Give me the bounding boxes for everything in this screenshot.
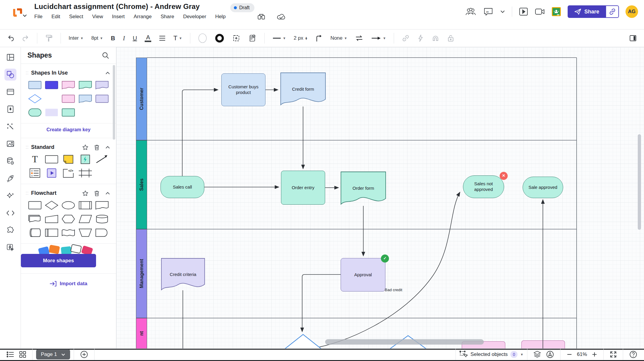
font-size-select[interactable]: 8pt▼ xyxy=(89,34,105,42)
node-credit-criteria[interactable]: Credit criteria xyxy=(161,258,205,291)
palette-shape-doc[interactable] xyxy=(78,94,92,104)
collapse-chevron-icon[interactable] xyxy=(105,146,110,149)
menu-item-edit[interactable]: Edit xyxy=(51,14,60,20)
images-icon[interactable] xyxy=(4,138,16,150)
more-shapes-button[interactable]: More shapes xyxy=(21,254,96,267)
panel-scrollbar[interactable] xyxy=(113,65,115,140)
fill-color-button[interactable] xyxy=(196,32,209,44)
line-shape-button[interactable] xyxy=(314,33,325,43)
line-start-select[interactable]: None▼ xyxy=(329,34,349,42)
node-order-entry[interactable]: Order entry xyxy=(281,171,325,205)
sparkle-icon[interactable] xyxy=(4,190,16,202)
menu-item-help[interactable]: Help xyxy=(215,14,226,20)
palette-shape-rect[interactable] xyxy=(45,155,58,164)
line-width-stepper[interactable]: 2 px ▲▼ xyxy=(292,34,310,42)
palette-shape-rect[interactable] xyxy=(95,94,109,104)
help-icon[interactable] xyxy=(627,350,640,359)
italic-button[interactable]: I xyxy=(121,33,127,43)
create-diagram-key-link[interactable]: Create diagram key xyxy=(21,124,116,138)
collapse-chevron-icon[interactable] xyxy=(105,192,110,195)
palette-shape-trapezoid[interactable] xyxy=(78,228,92,237)
palette-shape-doc[interactable] xyxy=(61,80,75,90)
quick-actions-icon[interactable] xyxy=(416,33,426,43)
search-icon[interactable] xyxy=(102,52,109,59)
resize-frame-icon[interactable] xyxy=(230,33,242,44)
menu-item-arrange[interactable]: Arrange xyxy=(134,14,152,20)
text-color-button[interactable]: A xyxy=(143,33,153,43)
palette-shape-delay[interactable] xyxy=(95,228,109,237)
line-style-select[interactable]: ▼ xyxy=(271,35,288,41)
palette-shape-diamond[interactable] xyxy=(45,200,58,210)
vertical-scrollbar[interactable] xyxy=(638,134,641,230)
fullscreen-icon[interactable] xyxy=(607,351,619,358)
underline-button[interactable]: U xyxy=(131,34,139,43)
drag-handle-icon[interactable]: ⁚⁚ xyxy=(26,146,29,149)
undo-button[interactable] xyxy=(5,34,16,43)
draft-status-badge[interactable]: Draft xyxy=(230,3,254,12)
automation-icon[interactable] xyxy=(4,242,16,254)
lucid-logo[interactable] xyxy=(9,6,27,20)
palette-shape-parallelogram[interactable] xyxy=(78,214,92,224)
palette-shape-tape[interactable] xyxy=(61,228,75,237)
node-sales-not-approved[interactable]: Sales not approved✕ xyxy=(463,175,504,198)
text-options-button[interactable]: T▼ xyxy=(172,33,184,43)
node-approval[interactable]: Approval✓ xyxy=(341,258,385,291)
node-sales-call[interactable]: Sales call xyxy=(160,176,204,198)
palette-shape-internal-storage[interactable] xyxy=(45,228,58,237)
lock-icon[interactable] xyxy=(445,33,456,43)
comments-icon[interactable]: ,, xyxy=(483,7,493,16)
document-theme-icon[interactable] xyxy=(4,103,16,115)
menu-item-share[interactable]: Share xyxy=(161,14,174,20)
code-icon[interactable] xyxy=(4,207,16,219)
copy-link-button[interactable] xyxy=(606,5,619,18)
comments-chevron-icon[interactable] xyxy=(500,10,505,13)
palette-shape-arrow[interactable] xyxy=(95,155,109,164)
text-align-button[interactable] xyxy=(157,34,167,42)
format-painter-icon[interactable] xyxy=(43,33,55,43)
zoom-in-button[interactable] xyxy=(589,351,600,357)
palette-shape-textT[interactable]: T xyxy=(28,155,42,164)
drag-handle-icon[interactable]: ⁚⁚ xyxy=(26,192,29,195)
palette-shape-cylinder[interactable] xyxy=(95,214,109,224)
font-family-select[interactable]: Inter▼ xyxy=(67,34,85,42)
palette-shape-play[interactable] xyxy=(45,168,58,178)
trash-icon[interactable] xyxy=(94,190,99,196)
document-title[interactable]: Lucidchart assignment (Chrome) - Andrew … xyxy=(34,2,200,11)
follow-pointer-icon[interactable] xyxy=(543,350,557,359)
shapes-panel-icon[interactable] xyxy=(4,69,16,81)
drag-handle-icon[interactable]: ⁚⁚ xyxy=(26,72,29,74)
find-shapes-icon[interactable] xyxy=(257,13,265,21)
diagram-canvas[interactable]: CustomerSalesManagementntCustomer buys p… xyxy=(116,47,644,348)
swap-endpoints-button[interactable] xyxy=(353,34,365,43)
menu-item-select[interactable]: Select xyxy=(69,14,83,20)
menu-item-view[interactable]: View xyxy=(92,14,103,20)
palette-shape-doc[interactable] xyxy=(78,80,92,90)
collaborators-icon[interactable] xyxy=(465,7,477,16)
palette-shape-h-cylinder[interactable] xyxy=(28,228,42,237)
present-icon[interactable] xyxy=(519,7,528,16)
right-panel-toggle[interactable] xyxy=(627,33,639,43)
bold-button[interactable]: B xyxy=(109,34,117,43)
line-end-select[interactable]: ▼ xyxy=(369,35,388,41)
favorite-star-icon[interactable] xyxy=(82,144,88,150)
palette-shape-predef[interactable] xyxy=(78,200,92,210)
video-icon[interactable] xyxy=(535,8,545,16)
hyperlink-icon[interactable] xyxy=(400,33,411,43)
palette-shape-rect[interactable] xyxy=(61,108,75,117)
page-list-icon[interactable] xyxy=(4,351,17,358)
rocket-icon[interactable] xyxy=(4,172,16,184)
zoom-out-button[interactable] xyxy=(564,351,575,357)
palette-shape-doc[interactable] xyxy=(95,200,109,210)
connector-approval-to-decision[interactable] xyxy=(302,274,341,332)
node-sale-approved[interactable]: Sale approved xyxy=(523,177,563,198)
share-button[interactable]: Share xyxy=(568,5,606,18)
palette-shape-code-block[interactable]: </> xyxy=(61,168,75,178)
palette-shape-rect[interactable] xyxy=(28,200,42,210)
palette-shape-rect[interactable] xyxy=(45,108,58,117)
palette-shape-sticky[interactable] xyxy=(61,155,75,164)
palette-shape-rect[interactable] xyxy=(45,80,58,90)
node-customer-buys-product[interactable]: Customer buys product xyxy=(221,73,265,106)
shape-data-icon[interactable] xyxy=(246,33,258,44)
collapse-chevron-icon[interactable] xyxy=(105,72,110,75)
add-page-button[interactable] xyxy=(78,350,91,359)
